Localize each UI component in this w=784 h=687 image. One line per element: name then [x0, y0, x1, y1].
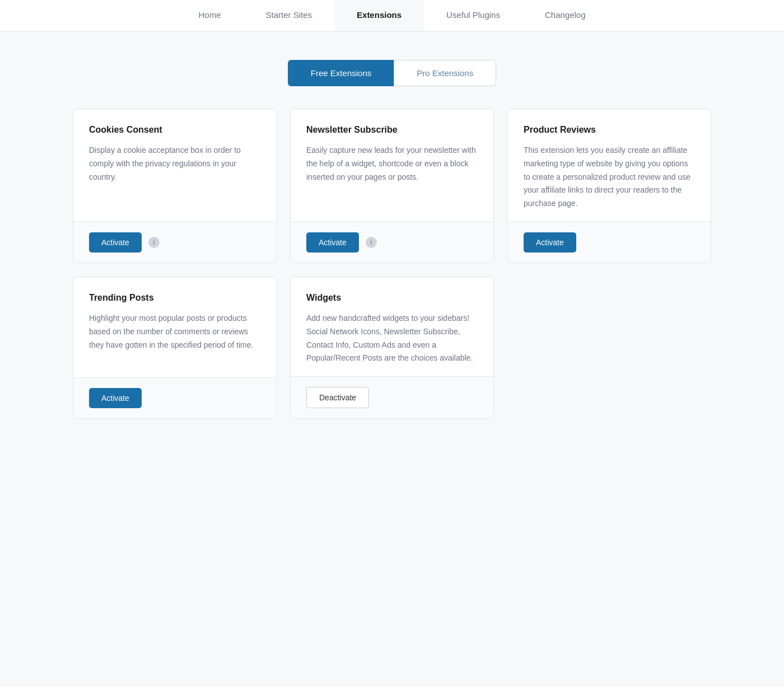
card-widgets-title: Widgets	[306, 293, 478, 303]
tab-pro-extensions[interactable]: Pro Extensions	[394, 60, 496, 86]
card-newsletter-subscribe-body: Newsletter Subscribe Easily capture new …	[291, 109, 493, 222]
deactivate-widgets-button[interactable]: Deactivate	[306, 387, 369, 408]
card-trending-posts-desc: Highlight your most popular posts or pro…	[89, 312, 260, 352]
nav-item-useful-plugins[interactable]: Useful Plugins	[424, 0, 522, 31]
activate-product-reviews-button[interactable]: Activate	[524, 232, 576, 253]
nav-item-changelog[interactable]: Changelog	[522, 0, 608, 31]
empty-slot-row2	[507, 277, 711, 419]
card-newsletter-subscribe-footer: Activate i	[291, 222, 493, 263]
nav-item-starter-sites[interactable]: Starter Sites	[244, 0, 335, 31]
card-product-reviews: Product Reviews This extension lets you …	[507, 109, 711, 263]
card-cookies-consent-footer: Activate i	[73, 222, 276, 263]
card-widgets: Widgets Add new handcrafted widgets to y…	[290, 277, 494, 419]
card-trending-posts-footer: Activate	[73, 377, 276, 418]
tab-free-extensions[interactable]: Free Extensions	[288, 60, 394, 86]
card-product-reviews-desc: This extension lets you easily create an…	[524, 144, 695, 211]
card-product-reviews-footer: Activate	[508, 222, 711, 263]
extensions-grid-row1: Cookies Consent Display a cookie accepta…	[73, 109, 711, 263]
info-cookies-consent-icon[interactable]: i	[148, 237, 160, 248]
card-newsletter-subscribe-desc: Easily capture new leads for your newsle…	[306, 144, 478, 184]
card-cookies-consent-title: Cookies Consent	[89, 125, 260, 135]
nav-item-home[interactable]: Home	[176, 0, 243, 31]
activate-newsletter-subscribe-button[interactable]: Activate	[306, 232, 359, 253]
main-content: Free Extensions Pro Extensions Cookies C…	[62, 32, 722, 447]
nav-bar: Home Starter Sites Extensions Useful Plu…	[0, 0, 784, 32]
activate-trending-posts-button[interactable]: Activate	[89, 388, 142, 408]
card-widgets-footer: Deactivate	[291, 376, 493, 418]
activate-cookies-consent-button[interactable]: Activate	[89, 232, 142, 253]
extensions-grid-row2: Trending Posts Highlight your most popul…	[73, 277, 711, 419]
card-cookies-consent: Cookies Consent Display a cookie accepta…	[73, 109, 277, 263]
card-newsletter-subscribe: Newsletter Subscribe Easily capture new …	[290, 109, 494, 263]
card-cookies-consent-body: Cookies Consent Display a cookie accepta…	[73, 109, 276, 222]
card-trending-posts-title: Trending Posts	[89, 293, 260, 303]
card-newsletter-subscribe-title: Newsletter Subscribe	[306, 125, 478, 135]
card-cookies-consent-desc: Display a cookie acceptance box in order…	[89, 144, 260, 184]
card-widgets-desc: Add new handcrafted widgets to your side…	[306, 312, 478, 365]
info-newsletter-subscribe-icon[interactable]: i	[366, 237, 377, 248]
card-widgets-body: Widgets Add new handcrafted widgets to y…	[291, 277, 493, 376]
card-trending-posts-body: Trending Posts Highlight your most popul…	[73, 277, 276, 377]
card-product-reviews-title: Product Reviews	[524, 125, 695, 135]
nav-item-extensions[interactable]: Extensions	[334, 0, 424, 31]
card-trending-posts: Trending Posts Highlight your most popul…	[73, 277, 277, 419]
card-product-reviews-body: Product Reviews This extension lets you …	[508, 109, 711, 222]
tab-switcher: Free Extensions Pro Extensions	[73, 60, 711, 86]
